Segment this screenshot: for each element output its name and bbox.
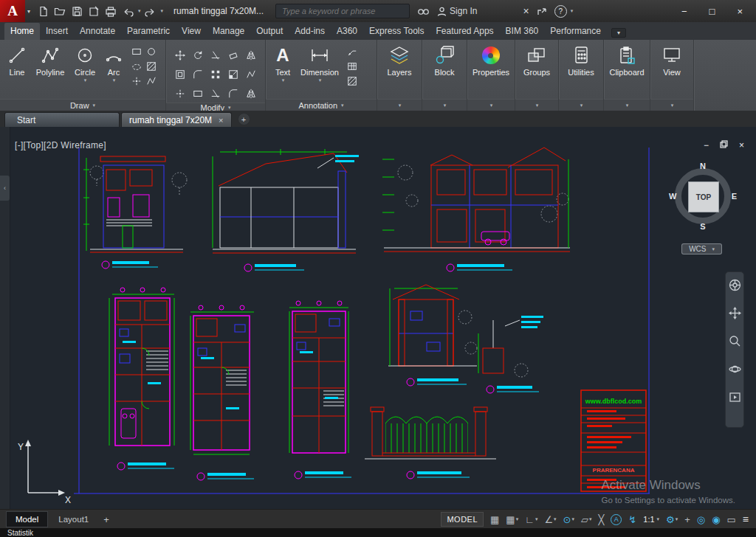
arc-button[interactable]: Arc ▾ [100,42,127,83]
properties-button[interactable]: Properties [472,42,509,77]
drawing-minimize-button[interactable]: − [704,140,709,150]
search-binoculars-icon[interactable] [417,6,430,16]
start-tab[interactable]: Start [4,112,120,127]
close-button[interactable]: × [737,6,743,17]
graphics-performance-toggle[interactable]: ◉ [712,514,720,525]
layout1-tab[interactable]: Layout1 [49,512,97,527]
point-icon[interactable] [130,75,143,88]
groups-panel-footer[interactable]: ▾ [515,99,558,111]
move-icon[interactable] [172,46,188,64]
viewcube-east[interactable]: E [732,192,737,201]
undo-caret-icon[interactable]: ▾ [138,8,141,14]
new-drawing-tab-button[interactable]: + [238,113,250,125]
ribbon-minimize-button[interactable]: ▾ [611,28,626,38]
leader-icon[interactable] [346,45,359,58]
object-snap-toggle[interactable]: ⊙▾ [563,514,574,525]
scale-icon[interactable] [225,66,241,83]
join-icon[interactable] [225,85,241,103]
mirror-icon[interactable] [243,46,259,64]
undo-icon[interactable] [120,4,135,18]
tab-manage[interactable]: Manage [207,23,250,40]
tab-annotate[interactable]: Annotate [74,23,121,40]
model-tab[interactable]: Model [6,511,48,527]
tab-add-ins[interactable]: Add-ins [289,23,331,40]
chamfer-icon[interactable] [243,85,259,103]
share-icon[interactable] [537,7,547,16]
viewcube[interactable]: N S W E TOP [669,162,737,230]
pan-icon[interactable] [729,307,741,322]
object-snap-tracking-toggle[interactable]: ╳ [599,514,605,525]
view-panel-footer[interactable]: ▾ [650,99,693,111]
view-button[interactable]: View [662,42,681,77]
ellipse-tool-icon[interactable] [145,45,158,58]
drawing-close-button[interactable]: × [739,140,744,150]
a360-sync-icon[interactable]: × [523,5,529,17]
viewcube-west[interactable]: W [669,192,676,201]
taskbar-item[interactable]: Statistik [7,529,33,537]
tab-parametric[interactable]: Parametric [121,23,176,40]
viewcube-top-face[interactable]: TOP [688,181,719,212]
orbit-icon[interactable] [729,363,741,378]
showmotion-icon[interactable] [729,391,741,406]
annotation-panel-footer[interactable]: Annotation▾ [266,99,377,111]
groups-button[interactable]: Groups [523,42,550,77]
layers-button[interactable]: Layers [387,42,411,77]
document-tab-close-icon[interactable]: × [219,116,223,125]
utilities-button[interactable]: Utilities [568,42,594,77]
viewport-controls[interactable]: [-][Top][2D Wireframe] [15,140,106,150]
break-icon[interactable] [207,85,224,103]
tab-home[interactable]: Home [4,23,40,40]
viewcube-north[interactable]: N [700,162,706,170]
polar-tracking-toggle[interactable]: ∠▾ [544,514,556,525]
clipboard-button[interactable]: Clipboard [609,42,644,77]
explode-icon[interactable] [172,85,188,103]
isometric-drafting-toggle[interactable]: ▱▾ [581,514,592,525]
line-button[interactable]: Line [3,42,31,77]
new-file-icon[interactable] [35,4,50,18]
search-input[interactable] [281,6,405,16]
tool-palette-tab[interactable]: ‹ [0,176,10,201]
fillet-icon[interactable] [190,66,206,83]
stretch-icon[interactable] [243,66,259,83]
drawing-restore-button[interactable] [720,140,728,150]
add-layout-button[interactable]: + [99,514,114,525]
block-panel-footer[interactable]: ▾ [422,99,467,111]
text-button[interactable]: A Text ▾ [269,42,297,83]
workspace-switcher-button[interactable]: ⚙▾ [666,514,678,525]
maximize-button[interactable]: □ [709,6,715,17]
tab-featured-apps[interactable]: Featured Apps [430,23,500,40]
document-tab[interactable]: rumah tinggal 7x20M × [121,112,232,127]
isolate-objects-button[interactable]: ◎ [697,514,705,525]
array-icon[interactable] [207,66,224,83]
viewcube-south[interactable]: S [700,222,705,231]
help-button[interactable]: ? ▾ [554,5,574,18]
sign-in-button[interactable]: Sign In [437,6,477,16]
model-space-button[interactable]: MODEL [441,512,484,527]
minimize-button[interactable]: − [681,6,687,17]
save-as-icon[interactable] [86,4,101,18]
table-icon[interactable] [346,60,359,73]
clipboard-panel-footer[interactable]: ▾ [604,99,650,111]
rectangle-tool-icon[interactable] [130,45,143,58]
annotation-visibility-toggle[interactable]: A [611,514,622,525]
autoscale-toggle[interactable]: ↯ [628,514,636,525]
layers-panel-footer[interactable]: ▾ [377,99,422,111]
tab-insert[interactable]: Insert [40,23,74,40]
snap-mode-toggle[interactable]: ▦▾ [506,514,518,525]
tab-performance[interactable]: Performance [544,23,607,40]
app-menu-caret-icon[interactable]: ▾ [25,8,32,15]
rotate-icon[interactable] [190,46,206,64]
circle-button[interactable]: Circle ▾ [69,42,100,83]
block-button[interactable]: Block [435,42,455,77]
hatch-icon[interactable] [145,60,158,73]
grid-display-toggle[interactable]: ▦ [490,514,499,525]
redo-icon[interactable] [143,4,158,18]
dimension-button[interactable]: Dimension ▾ [297,42,343,83]
utilities-panel-footer[interactable]: ▾ [559,99,603,111]
navigation-wheel-icon[interactable] [729,279,741,294]
customization-menu-button[interactable]: ≡ [743,513,749,525]
zoom-icon[interactable] [729,335,741,350]
spline-icon[interactable] [145,75,158,88]
copy-icon[interactable] [190,85,206,103]
app-menu-button[interactable]: A [0,0,25,22]
